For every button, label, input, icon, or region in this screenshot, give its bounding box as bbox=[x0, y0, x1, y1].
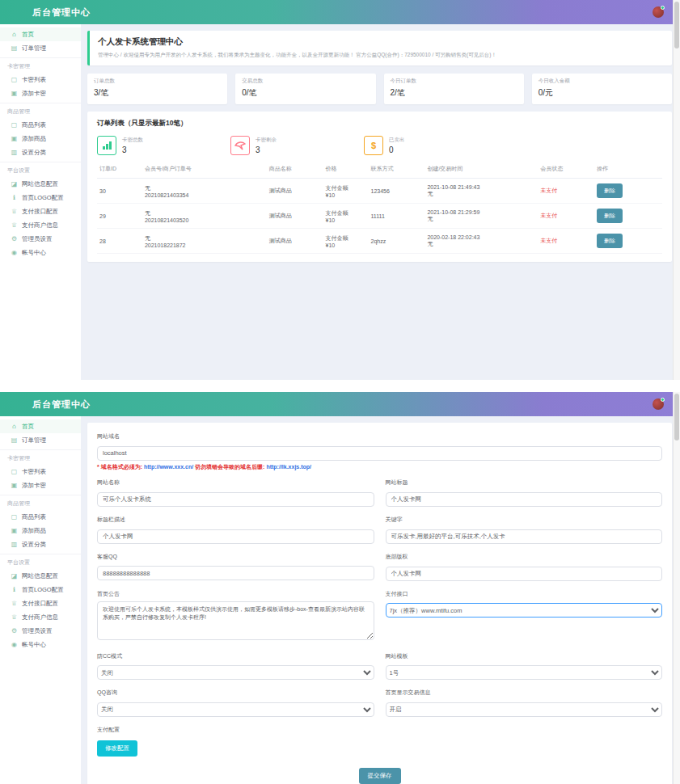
welcome-subtitle: 管理中心 / 欢迎使用专为用户开发的个人发卡系统，我们将秉承为主题变化，功能齐全… bbox=[98, 52, 664, 59]
window-scrollbar[interactable] bbox=[673, 0, 680, 380]
sidebar-item-orders[interactable]: ▤订单管理 bbox=[0, 41, 81, 55]
sidebar-item-pay-api[interactable]: ♕支付接口配置 bbox=[0, 596, 81, 610]
sidebar-item-pay-merchant[interactable]: ♕支付商户信息 bbox=[0, 610, 81, 624]
sidebar-item-card-add[interactable]: ▣添加卡密 bbox=[0, 86, 81, 100]
mini-stat-value: 3 bbox=[256, 145, 277, 154]
order-cell-member: 无 2021018221872 bbox=[142, 229, 267, 254]
qq-consult-select[interactable]: 关闭 bbox=[97, 702, 374, 717]
stat-label: 今日订单数 bbox=[391, 78, 517, 85]
status-badge: 未支付 bbox=[540, 188, 557, 193]
sidebar-item-label: 卡密列表 bbox=[22, 468, 46, 476]
avatar[interactable] bbox=[653, 398, 664, 410]
sidebar-item-pay-merchant[interactable]: ♕支付商户信息 bbox=[0, 218, 81, 232]
sidebar-item-product-add[interactable]: ▣添加商品 bbox=[0, 524, 81, 537]
domain-hint-text: http://www.xxx.cn/ bbox=[144, 464, 193, 470]
service-qq-input[interactable] bbox=[97, 566, 374, 580]
sidebar-item-admin[interactable]: ⚙管理员设置 bbox=[0, 232, 81, 246]
sidebar-item-home[interactable]: ⌂首页 bbox=[0, 419, 81, 433]
account-center-icon: ◉ bbox=[11, 249, 18, 256]
mini-stat-label: 已卖出 bbox=[389, 137, 405, 144]
sidebar-item-product-list[interactable]: ▢商品列表 bbox=[0, 510, 81, 524]
copyright-input[interactable] bbox=[386, 567, 663, 581]
site-name-input[interactable] bbox=[97, 492, 374, 507]
keywords-input[interactable] bbox=[386, 529, 663, 544]
mini-stat-meta: 卡密剩余3 bbox=[256, 137, 277, 154]
pay-api-label: 支付接口 bbox=[386, 590, 663, 598]
sidebar-item-label: 支付商户信息 bbox=[22, 221, 58, 230]
sidebar-item-label: 帐号中心 bbox=[22, 641, 46, 649]
show-trade-select[interactable]: 开启 bbox=[386, 702, 663, 717]
top-bar: 后台管理中心 bbox=[0, 392, 680, 416]
scrollbar-thumb[interactable] bbox=[674, 394, 679, 440]
sidebar-item-account[interactable]: ◉帐号中心 bbox=[0, 638, 81, 651]
sidebar-item-orders[interactable]: ▤订单管理 bbox=[0, 433, 81, 447]
mini-stat-value: 0 bbox=[389, 145, 405, 154]
sidebar-item-label: 首页 bbox=[22, 423, 34, 431]
sidebar-item-label: 支付接口配置 bbox=[22, 600, 58, 608]
order-cell-member: 无 20210821403520 bbox=[142, 204, 267, 229]
keywords-label: 关键字 bbox=[386, 516, 663, 524]
orders-column-header: 联系方式 bbox=[368, 160, 424, 179]
app-title: 后台管理中心 bbox=[32, 398, 91, 411]
screenshot-gap bbox=[0, 380, 680, 392]
mini-stat: 卡密剩余3 bbox=[230, 136, 315, 155]
delete-button[interactable]: 删除 bbox=[597, 183, 623, 198]
window-scrollbar[interactable] bbox=[673, 392, 680, 784]
sidebar: ⌂首页▤订单管理卡密管理▢卡密列表▣添加卡密商品管理▢商品列表▣添加商品▥设置分… bbox=[0, 416, 81, 784]
modify-config-button[interactable]: 修改配置 bbox=[97, 740, 137, 757]
settings-window: 后台管理中心 ⌂首页▤订单管理卡密管理▢卡密列表▣添加卡密商品管理▢商品列表▣添… bbox=[0, 392, 680, 784]
copyright-label: 底部版权 bbox=[386, 553, 663, 561]
domain-input[interactable] bbox=[97, 446, 662, 461]
notice-textarea[interactable]: 欢迎使用可乐个人发卡系统，本模板样式仅供演示使用，如需更多模板请移步-box-查… bbox=[97, 601, 374, 640]
sidebar-item-label: 添加商品 bbox=[22, 527, 46, 535]
sidebar-item-card-list[interactable]: ▢卡密列表 bbox=[0, 73, 81, 86]
delete-button[interactable]: 删除 bbox=[597, 234, 623, 248]
sidebar-item-home[interactable]: ⌂首页 bbox=[0, 27, 81, 41]
pay-api-select[interactable]: 7jx（推荐）www.mtifu.com bbox=[386, 603, 663, 618]
card-list-icon: ▢ bbox=[11, 76, 18, 83]
sidebar-item-product-add[interactable]: ▣添加商品 bbox=[0, 132, 81, 145]
mini-stat-value: 3 bbox=[122, 145, 143, 154]
sidebar-item-pay-api[interactable]: ♕支付接口配置 bbox=[0, 204, 81, 218]
submit-save-button[interactable]: 提交保存 bbox=[359, 768, 401, 784]
mini-stat-meta: 已卖出0 bbox=[389, 137, 405, 154]
avatar[interactable] bbox=[653, 6, 664, 18]
order-cell-id: 29 bbox=[97, 204, 142, 229]
sidebar-item-card-add[interactable]: ▣添加卡密 bbox=[0, 478, 81, 492]
scrollbar-thumb[interactable] bbox=[674, 2, 679, 48]
stat-card: 交易总数0/笔 bbox=[235, 74, 375, 104]
stats-row: 订单总数3/笔交易总数0/笔今日订单数2/笔今日收入金额0/元 bbox=[87, 74, 672, 104]
domain-hint-text: 切勿填错会导致的域名后缀: bbox=[193, 464, 266, 470]
title-desc-input[interactable] bbox=[97, 529, 374, 544]
cc-mode-select[interactable]: 关闭 bbox=[97, 665, 374, 680]
order-cell-product: 测试商品 bbox=[267, 204, 323, 229]
sidebar-item-admin[interactable]: ⚙管理员设置 bbox=[0, 624, 81, 638]
order-cell-product: 测试商品 bbox=[267, 229, 323, 254]
sidebar-item-label: 网站信息配置 bbox=[22, 180, 58, 188]
domain-label: 网站域名 bbox=[97, 432, 662, 440]
order-cell-price: 支付金额 ¥10 bbox=[323, 204, 369, 229]
site-title-label: 网站标题 bbox=[386, 478, 663, 487]
sidebar-item-label: 首页LOGO配置 bbox=[22, 194, 64, 202]
sidebar-item-category[interactable]: ▥设置分类 bbox=[0, 537, 81, 551]
sidebar-item-logo-config[interactable]: ℹ首页LOGO配置 bbox=[0, 583, 81, 596]
mini-stat: $已卖出0 bbox=[364, 136, 449, 155]
sidebar-item-category[interactable]: ▥设置分类 bbox=[0, 145, 81, 159]
sidebar-item-label: 首页 bbox=[22, 31, 34, 39]
template-select[interactable]: 1号 bbox=[386, 665, 663, 680]
admin-settings-icon: ⚙ bbox=[11, 627, 18, 634]
sidebar-item-site-config[interactable]: ◪网站信息配置 bbox=[0, 569, 81, 583]
sidebar-item-card-list[interactable]: ▢卡密列表 bbox=[0, 465, 81, 478]
site-title-input[interactable] bbox=[386, 492, 663, 507]
sidebar-item-label: 商品列表 bbox=[22, 121, 46, 129]
delete-button[interactable]: 删除 bbox=[597, 209, 623, 223]
pay-config-label: 支付配置 bbox=[97, 726, 662, 734]
pay-api-icon: ♕ bbox=[11, 208, 18, 215]
home-icon: ⌂ bbox=[11, 31, 18, 38]
sidebar-item-product-list[interactable]: ▢商品列表 bbox=[0, 118, 81, 132]
sidebar-item-logo-config[interactable]: ℹ首页LOGO配置 bbox=[0, 191, 81, 204]
welcome-panel: 个人发卡系统管理中心 管理中心 / 欢迎使用专为用户开发的个人发卡系统，我们将秉… bbox=[87, 31, 672, 65]
sidebar-item-label: 设置分类 bbox=[22, 541, 46, 549]
sidebar-item-site-config[interactable]: ◪网站信息配置 bbox=[0, 177, 81, 191]
sidebar-item-account[interactable]: ◉帐号中心 bbox=[0, 246, 81, 259]
